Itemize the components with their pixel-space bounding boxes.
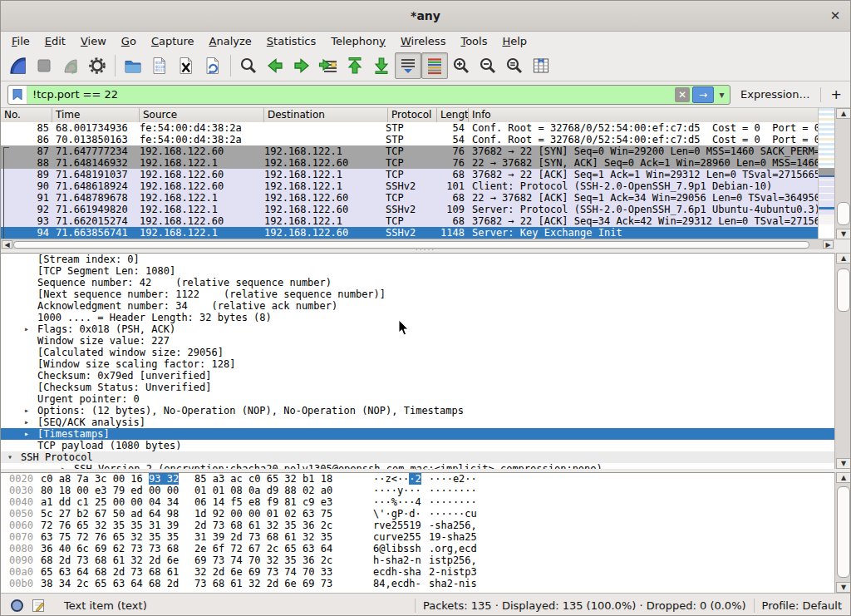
close-window-button[interactable]: ✕ <box>827 7 844 24</box>
detail-row[interactable]: [Checksum Status: Unverified] <box>1 382 835 393</box>
packet-row-92[interactable]: 9271.661949820192.168.122.1192.168.122.6… <box>1 204 818 215</box>
last-packet-button[interactable] <box>368 52 395 79</box>
menu-telephony[interactable]: Telephony <box>323 33 393 49</box>
detail-row[interactable]: [Window size scaling factor: 128] <box>1 358 835 370</box>
capture-options-button[interactable] <box>84 52 111 79</box>
open-file-button[interactable] <box>120 52 146 79</box>
auto-scroll-button[interactable] <box>395 52 421 79</box>
detail-row[interactable]: Urgent pointer: 0 <box>1 393 835 405</box>
resize-columns-button[interactable] <box>528 52 554 79</box>
detail-row[interactable]: 1000 .... = Header Length: 32 bytes (8) <box>1 312 835 323</box>
filter-clear-button[interactable]: ✕ <box>675 87 690 102</box>
packet-list-scroll-thumb[interactable] <box>837 202 850 225</box>
column-header-no[interactable]: No. <box>1 108 52 122</box>
detail-row[interactable]: ▸[SEQ/ACK analysis] <box>1 416 835 428</box>
hex-scrollbar[interactable]: ▲ ▼ <box>834 472 851 593</box>
menu-view[interactable]: View <box>73 33 114 49</box>
detail-row[interactable]: [TCP Segment Len: 1080] <box>1 265 835 277</box>
reload-file-button[interactable] <box>199 52 226 79</box>
menu-statistics[interactable]: Statistics <box>259 33 323 49</box>
hex-row-0060[interactable]: 006072 76 65 32 35 35 31 392d 73 68 61 3… <box>1 520 835 531</box>
expert-info-icon[interactable] <box>11 599 23 612</box>
detail-row[interactable]: ▸Flags: 0x018 (PSH, ACK) <box>1 323 835 335</box>
packet-list-scrollbar[interactable]: ▲ ▼ <box>834 108 851 239</box>
detail-row[interactable]: ▸Options: (12 bytes), No-Operation (NOP)… <box>1 405 835 416</box>
packet-row-93[interactable]: 9371.662015274192.168.122.60192.168.122.… <box>1 215 818 227</box>
expand-arrow-icon[interactable]: ▸ <box>24 405 29 416</box>
previous-packet-button[interactable] <box>262 52 288 79</box>
expand-arrow-icon[interactable]: ▸ <box>24 323 29 335</box>
hex-row-0080[interactable]: 008036 40 6c 69 62 73 73 682e 6f 72 67 2… <box>1 543 835 554</box>
capture-comment-icon[interactable] <box>32 599 46 613</box>
expression-button[interactable]: Expression… <box>740 88 810 101</box>
packet-row-87[interactable]: 8771.647777234192.168.122.60192.168.122.… <box>1 145 818 157</box>
filter-bookmark-icon[interactable] <box>8 86 27 104</box>
hex-row-0090[interactable]: 009068 2d 73 68 61 32 2d 6e69 73 74 70 3… <box>1 554 835 566</box>
hex-row-00b0[interactable]: 00b038 34 2c 65 63 64 68 2d73 68 61 32 2… <box>1 578 835 589</box>
scroll-down-icon[interactable]: ▼ <box>836 458 851 469</box>
display-filter-input[interactable]: !tcp.port == 22 ✕ → ▾ <box>7 85 730 105</box>
close-file-button[interactable] <box>173 52 199 79</box>
packet-row-94[interactable]: 9471.663856741192.168.122.1192.168.122.6… <box>1 227 818 239</box>
hscroll-thumb[interactable] <box>13 241 809 249</box>
menu-edit[interactable]: Edit <box>37 33 73 49</box>
save-file-button[interactable]: 010101100111 <box>146 52 173 79</box>
expand-arrow-icon[interactable]: ▸ <box>24 428 29 440</box>
start-capture-button[interactable] <box>4 52 31 79</box>
detail-row[interactable]: ▾SSH Protocol <box>1 451 835 463</box>
column-header-time[interactable]: Time <box>52 108 140 122</box>
hex-scroll-thumb[interactable] <box>837 486 850 578</box>
hex-row-0020[interactable]: 0020c0 a8 7a 3c 00 16 93 3285 a3 ac c0 6… <box>1 473 835 485</box>
menu-analyze[interactable]: Analyze <box>202 33 259 49</box>
column-header-length[interactable]: Length <box>437 108 469 122</box>
hex-row-0040[interactable]: 0040a1 dd c1 25 00 00 04 3406 14 f5 e8 f… <box>1 496 835 508</box>
filter-dropdown-button[interactable]: ▾ <box>716 87 727 102</box>
filter-apply-button[interactable]: → <box>692 86 714 103</box>
add-filter-button[interactable]: + <box>831 86 842 102</box>
scroll-up-icon[interactable]: ▲ <box>836 472 851 483</box>
menu-tools[interactable]: Tools <box>453 33 494 49</box>
restart-capture-button[interactable] <box>57 52 84 79</box>
detail-row[interactable]: Sequence number: 42 (relative sequence n… <box>1 277 835 288</box>
menu-file[interactable]: File <box>4 33 37 49</box>
scroll-right-icon[interactable]: ▶ <box>823 240 834 249</box>
packet-row-90[interactable]: 9071.648618924192.168.122.60192.168.122.… <box>1 180 818 192</box>
zoom-out-button[interactable] <box>475 52 501 79</box>
next-packet-button[interactable] <box>288 52 315 79</box>
detail-row[interactable]: TCP payload (1080 bytes) <box>1 440 835 451</box>
menu-wireless[interactable]: Wireless <box>393 33 453 49</box>
details-scroll-thumb[interactable] <box>837 269 850 312</box>
scroll-up-icon[interactable]: ▲ <box>836 253 851 264</box>
packet-row-85[interactable]: 8568.001734936fe:54:00:d4:38:2aSTP54Conf… <box>1 122 818 134</box>
detail-row[interactable]: [Next sequence number: 1122 (relative se… <box>1 288 835 300</box>
hex-row-0030[interactable]: 003080 18 00 e3 79 ed 00 0001 01 08 0a d… <box>1 485 835 496</box>
column-header-destination[interactable]: Destination <box>264 108 388 122</box>
find-packet-button[interactable] <box>235 52 262 79</box>
detail-row[interactable]: ▸[Timestamps] <box>1 428 835 440</box>
details-scrollbar[interactable]: ▲ ▼ <box>834 253 851 469</box>
packet-row-91[interactable]: 9171.648789678192.168.122.1192.168.122.6… <box>1 192 818 204</box>
profile-label[interactable]: Profile: Default <box>762 599 842 612</box>
colorize-button[interactable] <box>421 52 448 79</box>
stop-capture-button[interactable] <box>31 52 57 79</box>
intelligent-scrollbar-minimap[interactable] <box>818 108 835 239</box>
packet-row-89[interactable]: 8971.648191037192.168.122.60192.168.122.… <box>1 169 818 180</box>
go-to-packet-button[interactable] <box>315 52 342 79</box>
menu-help[interactable]: Help <box>494 33 534 49</box>
scroll-down-icon[interactable]: ▼ <box>836 229 851 239</box>
scroll-left-icon[interactable]: ◀ <box>2 240 12 249</box>
detail-row[interactable]: Acknowledgment number: 34 (relative ack … <box>1 300 835 312</box>
packet-row-88[interactable]: 8871.648146932192.168.122.1192.168.122.6… <box>1 157 818 169</box>
detail-row[interactable]: [Stream index: 0] <box>1 254 835 265</box>
collapse-arrow-icon[interactable]: ▾ <box>7 451 12 463</box>
packet-row-86[interactable]: 8670.013850163fe:54:00:d4:38:2aSTP54Conf… <box>1 134 818 145</box>
detail-row[interactable]: Checksum: 0x79ed [unverified] <box>1 370 835 382</box>
scroll-up-icon[interactable]: ▲ <box>836 108 851 119</box>
zoom-in-button[interactable] <box>448 52 475 79</box>
scroll-down-icon[interactable]: ▼ <box>836 582 851 593</box>
menu-go[interactable]: Go <box>114 33 144 49</box>
detail-row[interactable]: Window size value: 227 <box>1 335 835 347</box>
column-header-info[interactable]: Info <box>469 108 818 122</box>
zoom-reset-button[interactable] <box>501 52 528 79</box>
column-header-source[interactable]: Source <box>140 108 264 122</box>
